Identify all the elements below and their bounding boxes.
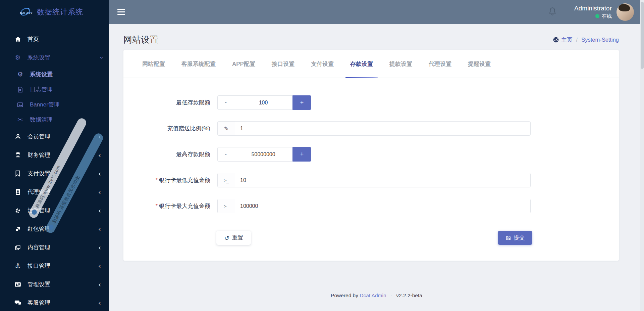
sidebar-item-home[interactable]: 首页	[0, 30, 109, 48]
max-deposit-input[interactable]	[234, 147, 292, 162]
tab-support-system-config[interactable]: 客服系统配置	[181, 50, 216, 78]
bookmark-icon	[13, 170, 22, 177]
version-label: v2.2.2-beta	[396, 293, 422, 298]
form-row-recharge-bonus: 充值赠送比例(%) ✎	[123, 121, 619, 136]
logo[interactable]: GALAXY 数据统计系统	[0, 0, 109, 24]
stepper-minus-button[interactable]: -	[217, 95, 234, 110]
chevron-left-icon: ‹	[98, 170, 101, 178]
breadcrumb-home-link[interactable]: 主页	[561, 36, 573, 44]
notification-bell-icon[interactable]	[548, 7, 557, 17]
gears-icon: ⚙	[13, 54, 22, 61]
field-label: 最低存款限额	[123, 99, 210, 106]
deposit-settings-form: 最低存款限额 - + 充值赠送比例(%) ✎	[123, 78, 619, 255]
save-icon	[505, 235, 511, 241]
terminal-icon: >_	[218, 199, 235, 213]
settings-card: 网站配置 客服系统配置 APP配置 接口设置 支付设置 存款设置 提款设置 代理…	[123, 50, 619, 261]
chevron-left-icon: ‹	[98, 188, 101, 196]
stepper-minus-button[interactable]: -	[217, 147, 234, 162]
form-row-min-deposit: 最低存款限额 - +	[123, 95, 619, 110]
dashboard-icon	[553, 37, 559, 43]
boxes-icon	[13, 226, 22, 232]
burst-icon	[13, 208, 22, 214]
id-badge-icon	[13, 189, 22, 195]
user-status: 在线	[574, 13, 612, 19]
reset-icon: ↺	[224, 234, 229, 241]
user-meta: Administrator 在线	[574, 5, 612, 19]
sidebar-subitem-banner-management[interactable]: Banner管理	[0, 97, 109, 112]
scrollbar-thumb[interactable]	[641, 2, 644, 69]
form-row-bankcard-min-recharge: *银行卡最低充值金额 >_	[123, 173, 619, 187]
chevron-left-icon: ‹	[98, 225, 101, 233]
field-label: 充值赠送比例(%)	[123, 125, 210, 132]
id-card-icon	[13, 282, 22, 287]
tab-website-config[interactable]: 网站配置	[142, 50, 165, 78]
sidebar-subitem-data-cleanup[interactable]: ✂ 数据清理	[0, 112, 109, 127]
user-name: Administrator	[574, 5, 612, 12]
comments-icon	[13, 300, 22, 306]
sidebar-subitem-system-settings[interactable]: ⚙ 系统设置	[0, 67, 109, 82]
app-window: GALAXY 数据统计系统 首页 ⚙ 系统设置 ‹ ⚙ 系统设置	[0, 0, 644, 311]
tab-api-settings[interactable]: 接口设置	[272, 50, 294, 78]
image-icon	[16, 102, 24, 107]
min-deposit-stepper: - +	[217, 95, 311, 110]
sidebar-item-admin-settings[interactable]: 管理设置 ‹	[0, 275, 109, 294]
watermark-logo-dot	[48, 224, 54, 230]
page-title: 网站设置	[123, 34, 158, 46]
tab-reminder-settings[interactable]: 提醒设置	[468, 50, 491, 78]
breadcrumb: 主页 / System-Setting	[553, 36, 619, 44]
bankcard-min-recharge-input[interactable]	[235, 173, 530, 187]
breadcrumb-current: System-Setting	[581, 37, 619, 43]
field-label: 最高存款限额	[123, 150, 210, 158]
home-icon	[13, 36, 22, 42]
required-asterisk: *	[156, 203, 158, 209]
field-label: *银行卡最低充值金额	[123, 176, 210, 184]
online-status-dot	[595, 14, 599, 18]
anchor-icon: ⚓	[13, 263, 22, 269]
form-row-max-deposit: 最高存款限额 - +	[123, 147, 619, 162]
gear-icon: ⚙	[16, 71, 24, 78]
file-icon	[16, 87, 24, 93]
page-footer: Powered by Dcat Admin · v2.2.2-beta	[109, 293, 644, 299]
clone-icon	[13, 245, 22, 251]
pencil-icon: ✎	[218, 122, 235, 135]
sidebar-item-agent-management[interactable]: 代理管理 ‹	[0, 183, 109, 201]
dcat-admin-link[interactable]: Dcat Admin	[360, 293, 386, 298]
chevron-left-icon: ‹	[98, 262, 101, 270]
app-title: 数据统计系统	[37, 7, 83, 17]
scissors-icon: ✂	[16, 117, 24, 123]
tab-payment-settings[interactable]: 支付设置	[311, 50, 334, 78]
recharge-bonus-input[interactable]	[235, 122, 530, 135]
bankcard-min-recharge-group: >_	[217, 173, 531, 187]
settings-tabs: 网站配置 客服系统配置 APP配置 接口设置 支付设置 存款设置 提款设置 代理…	[123, 50, 619, 78]
max-deposit-stepper: - +	[217, 147, 311, 162]
avatar[interactable]	[616, 3, 634, 21]
tab-app-config[interactable]: APP配置	[232, 50, 255, 78]
tab-deposit-settings[interactable]: 存款设置	[350, 50, 373, 78]
chevron-left-icon: ‹	[98, 280, 101, 288]
reset-button[interactable]: ↺ 重置	[216, 231, 251, 245]
bankcard-max-recharge-group: >_	[217, 199, 531, 213]
bankcard-max-recharge-input[interactable]	[235, 199, 530, 213]
topbar: Administrator 在线	[109, 0, 644, 24]
submit-button[interactable]: 提交	[498, 231, 532, 245]
stepper-plus-button[interactable]: +	[292, 95, 311, 110]
min-deposit-input[interactable]	[234, 95, 292, 110]
chevron-left-icon: ‹	[98, 243, 101, 252]
database-icon	[13, 152, 22, 158]
chevron-down-icon: ‹	[97, 56, 105, 59]
sidebar-item-system-settings[interactable]: ⚙ 系统设置 ‹	[0, 48, 109, 67]
sidebar-subitem-log-management[interactable]: 日志管理	[0, 82, 109, 97]
tab-agent-settings[interactable]: 代理设置	[429, 50, 451, 78]
scrollbar-track[interactable]	[640, 0, 644, 311]
chevron-left-icon: ‹	[98, 207, 101, 215]
stepper-plus-button[interactable]: +	[292, 147, 311, 162]
sidebar-item-support-management[interactable]: 客服管理 ‹	[0, 294, 109, 311]
tab-withdrawal-settings[interactable]: 提款设置	[389, 50, 412, 78]
sidebar-item-content-management[interactable]: 内容管理 ‹	[0, 238, 109, 257]
hamburger-menu-button[interactable]	[117, 8, 125, 16]
sidebar-item-api-management[interactable]: ⚓ 接口管理 ‹	[0, 257, 109, 275]
form-footer: ↺ 重置 提交	[123, 225, 619, 255]
chevron-left-icon: ‹	[98, 151, 101, 159]
terminal-icon: >_	[218, 173, 235, 187]
watermark-logo-dot	[31, 209, 38, 215]
